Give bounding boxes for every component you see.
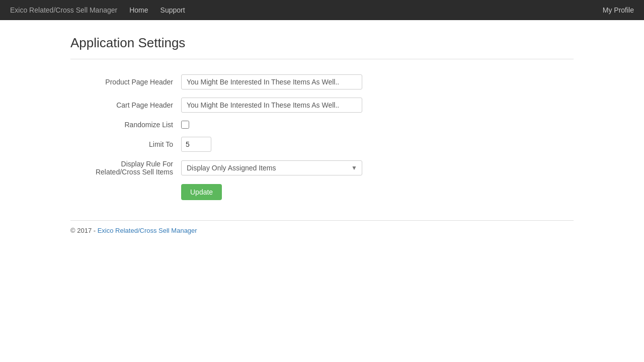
limit-to-label: Limit To — [70, 140, 181, 148]
display-rule-select-wrapper: Display Only Assigned Items Display All … — [181, 160, 362, 175]
navbar: Exico Related/Cross Sell Manager Home Su… — [0, 0, 644, 20]
footer-link[interactable]: Exico Related/Cross Sell Manager — [98, 227, 197, 234]
footer-copyright: © 2017 - — [70, 227, 98, 234]
cart-page-header-label: Cart Page Header — [70, 101, 181, 109]
display-rule-row: Display Rule For Related/Cross Sell Item… — [70, 160, 503, 176]
nav-link-support[interactable]: Support — [160, 6, 185, 14]
update-button-row: Update — [70, 184, 503, 200]
cart-page-header-input[interactable] — [181, 98, 362, 113]
nav-link-home[interactable]: Home — [129, 6, 148, 14]
randomize-list-row: Randomize List — [70, 121, 503, 129]
limit-to-row: Limit To — [70, 137, 503, 152]
navbar-brand: Exico Related/Cross Sell Manager — [10, 6, 117, 14]
randomize-list-checkbox[interactable] — [181, 121, 189, 129]
navbar-left: Exico Related/Cross Sell Manager Home Su… — [10, 6, 185, 14]
footer-text: © 2017 - Exico Related/Cross Sell Manage… — [70, 227, 574, 234]
randomize-list-label: Randomize List — [70, 121, 181, 129]
main-content: Application Settings Product Page Header… — [60, 20, 584, 249]
display-rule-select[interactable]: Display Only Assigned Items Display All … — [181, 160, 362, 175]
product-page-header-row: Product Page Header — [70, 74, 503, 89]
title-divider — [70, 59, 574, 59]
product-page-header-label: Product Page Header — [70, 78, 181, 86]
navbar-profile[interactable]: My Profile — [603, 6, 634, 14]
page-title: Application Settings — [70, 35, 574, 51]
display-rule-label: Display Rule For Related/Cross Sell Item… — [70, 160, 181, 176]
update-button[interactable]: Update — [181, 184, 222, 200]
settings-form: Product Page Header Cart Page Header Ran… — [70, 74, 503, 200]
footer-divider — [70, 220, 574, 221]
limit-to-input[interactable] — [181, 137, 211, 152]
product-page-header-input[interactable] — [181, 74, 362, 89]
cart-page-header-row: Cart Page Header — [70, 98, 503, 113]
